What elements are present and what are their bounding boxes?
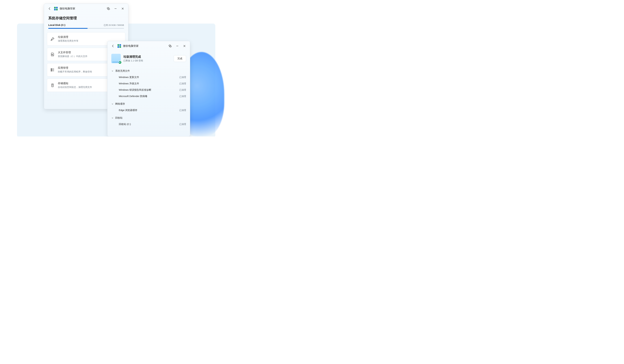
card-subtitle: 自动识别空间状态，清理无用文件 [58, 86, 92, 89]
tree-group-header[interactable]: 系统无用文件 [111, 68, 186, 74]
titlebar: 微软电脑管家 [44, 4, 128, 13]
card-subtitle: 查找驱动器（C:）中的大文件 [58, 55, 87, 58]
chevron-down-icon [111, 70, 114, 72]
tree-group-label: 系统无用文件 [115, 69, 130, 73]
disk-usage: 已用 20.5GB / 500GB [104, 24, 124, 27]
tree-group-label: 回收站 [115, 116, 123, 119]
done-button[interactable]: 完成 [174, 55, 186, 62]
tree-item: 回收站 (C:) 已清理 [111, 121, 186, 127]
cleanup-result-window: 微软电脑管家 垃圾清理完成 已释放 1.1 GB 空间 完成 系 [107, 41, 190, 136]
tree-group-label: 网络缓存 [115, 102, 125, 105]
tree-item-label: Microsoft Defender 防病毒 [119, 95, 147, 98]
broom-icon [50, 37, 55, 41]
card-title: 应用管理 [58, 66, 92, 70]
close-icon [121, 7, 124, 10]
check-badge-icon [118, 61, 122, 64]
back-button[interactable] [47, 6, 52, 11]
app-logo-icon [117, 44, 121, 48]
chevron-down-icon [111, 117, 114, 119]
file-search-icon [50, 52, 55, 57]
page-title: 系统存储空间管理 [44, 13, 128, 24]
tree-item-status: 已清理 [179, 76, 186, 79]
result-title: 垃圾清理完成 [123, 55, 171, 59]
tree-item: Windows 更新文件 已清理 [111, 74, 186, 80]
card-subtitle: 清理系统无用文件等 [58, 39, 78, 42]
tree-item-label: 回收站 (C:) [119, 123, 131, 126]
back-button[interactable] [110, 43, 116, 49]
result-subtitle: 已释放 1.1 GB 空间 [123, 59, 171, 62]
tree-item-status: 已清理 [179, 89, 186, 91]
minimize-button[interactable] [113, 6, 118, 11]
tree-group-header[interactable]: 网络缓存 [111, 101, 186, 107]
minimize-icon [176, 45, 179, 48]
close-icon [183, 45, 186, 48]
app-logo-icon [54, 7, 58, 10]
tree-item: Edge 浏览器缓存 已清理 [111, 107, 186, 113]
tree-item: Windows 升级文件 已清理 [111, 80, 186, 87]
settings-button[interactable] [168, 43, 173, 49]
tree-item-status: 已清理 [179, 123, 186, 126]
close-button[interactable] [182, 43, 187, 49]
tree-item-status: 已清理 [179, 95, 186, 98]
svg-point-1 [52, 54, 53, 55]
disk-name: Local Disk (C:) [48, 24, 65, 26]
disk-usage-bar [48, 28, 124, 29]
svg-point-12 [52, 86, 53, 86]
minimize-icon [114, 7, 117, 10]
tree-item-label: Windows 错误报告和反馈诊断 [119, 88, 151, 91]
gear-icon [107, 7, 110, 10]
storage-icon [50, 83, 55, 88]
app-title: 微软电脑管家 [123, 44, 139, 48]
minimize-button[interactable] [175, 43, 180, 49]
tree-item: Windows 错误报告和反馈诊断 已清理 [111, 87, 186, 93]
card-title: 大文件管理 [58, 51, 87, 54]
close-button[interactable] [120, 6, 125, 11]
card-title: 存储感知 [58, 82, 92, 85]
svg-line-2 [53, 55, 53, 55]
gear-icon [169, 44, 172, 48]
tree-group-header[interactable]: 回收站 [111, 115, 186, 121]
chevron-down-icon [111, 103, 114, 105]
settings-button[interactable] [106, 6, 111, 11]
arrow-left-icon [111, 44, 115, 48]
arrow-left-icon [48, 7, 51, 10]
tree-item-status: 已清理 [179, 82, 186, 85]
tree-item-label: Windows 升级文件 [119, 82, 139, 85]
titlebar: 微软电脑管家 [107, 41, 190, 50]
tree-item-label: Edge 浏览器缓存 [119, 109, 137, 112]
cleanup-tree: 系统无用文件 Windows 更新文件 已清理 Windows 升级文件 已清理… [107, 65, 190, 127]
card-subtitle: 卸载不常用的应用程序，释放空间 [58, 70, 92, 73]
disk-usage-bar-fill [48, 28, 88, 29]
disk-thumb-icon [111, 54, 121, 63]
tree-item-label: Windows 更新文件 [119, 76, 139, 79]
svg-rect-9 [52, 84, 53, 87]
sliders-icon [50, 67, 55, 72]
result-header: 垃圾清理完成 已释放 1.1 GB 空间 完成 [107, 50, 190, 65]
tree-item: Microsoft Defender 防病毒 已清理 [111, 93, 186, 100]
card-title: 垃圾清理 [58, 35, 78, 39]
app-title: 微软电脑管家 [60, 7, 75, 10]
tree-item-status: 已清理 [179, 109, 186, 112]
disk-row: Local Disk (C:) 已用 20.5GB / 500GB [44, 24, 128, 27]
